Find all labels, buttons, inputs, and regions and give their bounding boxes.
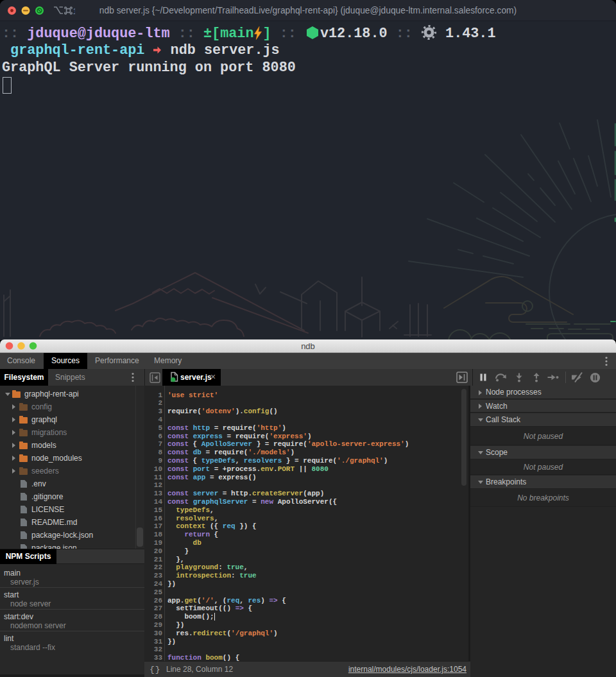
svg-text:1: 1 xyxy=(73,6,76,16)
